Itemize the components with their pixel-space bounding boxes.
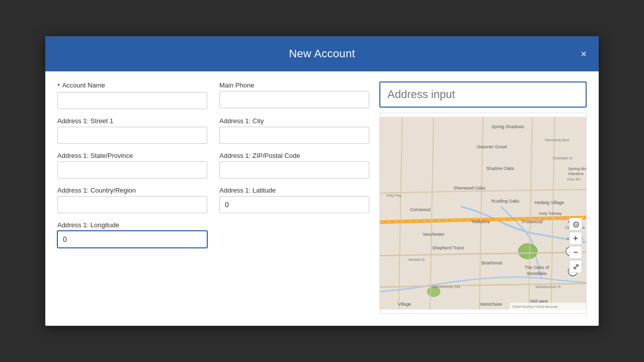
svg-text:Veschester: Veschester [423, 232, 445, 237]
country-field: Address 1: Country/Region [57, 187, 207, 213]
longitude-input[interactable] [57, 231, 207, 248]
svg-text:Gessner Grove: Gessner Grove [477, 144, 507, 149]
state-field: Address 1: State/Province [57, 152, 207, 178]
main-phone-input[interactable] [219, 91, 369, 108]
svg-text:Woodlake: Woodlake [527, 271, 546, 276]
longitude-field: Address 1: Longitude [57, 221, 207, 248]
state-input[interactable] [57, 161, 207, 178]
account-name-input[interactable] [57, 92, 207, 109]
svg-text:Shadow Oaks: Shadow Oaks [486, 166, 514, 171]
svg-text:Sherwood Oaks: Sherwood Oaks [454, 186, 486, 191]
svg-text:©2020 TomTom ©2019 Microsoft: ©2020 TomTom ©2019 Microsoft [512, 305, 558, 308]
svg-text:Yorkshire: Yorkshire [471, 220, 490, 225]
map-fullscreen-button[interactable]: ⤢ [569, 260, 582, 273]
street1-input[interactable] [57, 127, 207, 144]
form-section: *Account Name Main Phone Address 1: Stre… [57, 81, 369, 314]
street1-label: Address 1: Street 1 [57, 117, 207, 125]
svg-text:Shepherd Trace: Shepherd Trace [432, 245, 464, 250]
latitude-label: Address 1: Latitude [219, 187, 369, 194]
svg-text:Katy Tollway: Katy Tollway [539, 211, 561, 216]
required-star: * [57, 82, 60, 90]
map-zoom-out-button[interactable]: − [569, 246, 582, 259]
svg-text:Westheimer Rd: Westheimer Rd [432, 285, 460, 289]
map-compass-button[interactable]: ⊙ [569, 218, 582, 231]
svg-text:Spring Shadows: Spring Shadows [492, 124, 524, 129]
zip-input[interactable] [219, 161, 369, 178]
zip-field: Address 1: ZIP/Postal Code [219, 152, 369, 178]
latitude-field: Address 1: Latitude [219, 187, 369, 213]
svg-text:Hedwig Village: Hedwig Village [535, 200, 565, 205]
city-input[interactable] [219, 127, 369, 144]
svg-text:Crestdale Dr: Crestdale Dr [553, 156, 574, 160]
new-account-modal: New Account × *Account Name Main Phone A… [45, 36, 599, 326]
modal-body: *Account Name Main Phone Address 1: Stre… [45, 71, 599, 326]
latitude-input[interactable] [219, 196, 369, 213]
country-label: Address 1: Country/Region [57, 187, 207, 194]
svg-text:Katy Fwy: Katy Fwy [386, 194, 401, 198]
city-field: Address 1: City [219, 117, 369, 144]
svg-text:Westchase: Westchase [480, 302, 502, 307]
country-input[interactable] [57, 196, 207, 213]
svg-text:Gardens: Gardens [568, 171, 584, 176]
map-controls: ⊙ + − ⤢ [569, 218, 582, 273]
account-name-label: *Account Name [57, 81, 207, 90]
svg-text:Briarforest: Briarforest [481, 261, 503, 266]
close-button[interactable]: × [577, 47, 591, 61]
street1-field: Address 1: Street 1 [57, 117, 207, 144]
svg-text:Frostwood: Frostwood [522, 220, 543, 225]
svg-text:The Oaks of: The Oaks of [525, 265, 549, 270]
svg-text:Spring Branch: Spring Branch [568, 166, 586, 171]
svg-text:Village: Village [398, 302, 412, 307]
address-input[interactable] [379, 81, 587, 108]
longitude-label: Address 1: Longitude [57, 221, 207, 229]
svg-text:Cornwood: Cornwood [410, 207, 431, 212]
state-label: Address 1: State/Province [57, 152, 207, 159]
main-phone-field: Main Phone [219, 81, 369, 109]
svg-text:Westell Dr: Westell Dr [409, 258, 425, 262]
city-label: Address 1: City [219, 117, 369, 125]
account-name-field: *Account Name [57, 81, 207, 109]
svg-text:Voss Rd: Voss Rd [567, 177, 581, 182]
map-zoom-in-button[interactable]: + [569, 232, 582, 245]
modal-header: New Account × [45, 36, 599, 71]
modal-title: New Account [289, 47, 355, 60]
zip-label: Address 1: ZIP/Postal Code [219, 152, 369, 159]
map-section: I I Spring Shadows Hammerly Blvd Gessner… [379, 81, 587, 314]
svg-text:Hammerly Blvd: Hammerly Blvd [545, 138, 569, 142]
svg-point-1 [518, 243, 538, 259]
main-phone-label: Main Phone [219, 81, 369, 89]
svg-text:Rustling Oaks: Rustling Oaks [492, 199, 520, 204]
svg-text:Westheimer R: Westheimer R [535, 285, 561, 289]
map-container: I I Spring Shadows Hammerly Blvd Gessner… [379, 113, 587, 314]
